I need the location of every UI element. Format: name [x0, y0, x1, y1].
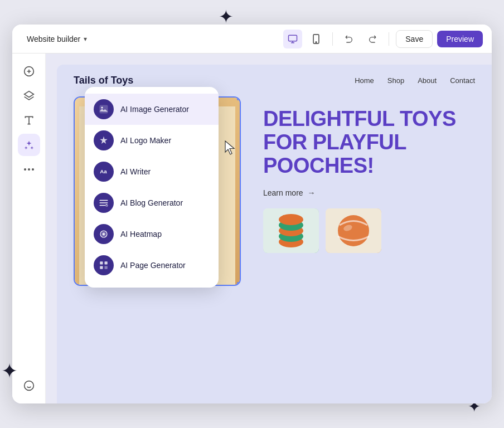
toolbar-divider-2	[389, 32, 389, 46]
website-builder-button[interactable]: Website builder ▾	[21, 31, 93, 47]
ai-image-generator-icon	[94, 99, 114, 119]
ai-heatmap-label: AI Heatmap	[120, 230, 162, 239]
sidebar-face-button[interactable]	[18, 374, 40, 397]
ai-tools-dropdown: AI Image Generator AI Logo Maker Aa AI W…	[85, 87, 219, 288]
ai-heatmap-icon	[94, 224, 114, 244]
svg-rect-50	[100, 266, 103, 269]
canvas-area: Tails of Toys Home Shop About Contact	[46, 54, 492, 403]
ai-writer-icon: Aa	[94, 162, 114, 182]
sidebar-layers-button[interactable]	[18, 85, 40, 107]
top-bar: Website builder ▾ Save	[12, 25, 492, 54]
site-nav-links: Home Shop About Contact	[355, 76, 475, 85]
browser-window: Website builder ▾ Save	[12, 25, 492, 403]
svg-rect-0	[289, 35, 297, 41]
main-area: Tails of Toys Home Shop About Contact	[12, 54, 492, 403]
undo-button[interactable]	[340, 30, 358, 48]
selection-handle-tr[interactable]	[237, 96, 241, 100]
svg-text:Aa: Aa	[100, 168, 107, 174]
svg-rect-48	[100, 261, 103, 264]
svg-point-9	[32, 168, 34, 171]
svg-marker-6	[24, 91, 33, 98]
ai-blog-generator-item[interactable]: AI Blog Generator	[85, 187, 219, 218]
nav-about[interactable]: About	[418, 76, 437, 85]
svg-point-7	[24, 168, 26, 171]
desktop-view-button[interactable]	[283, 30, 302, 48]
product-thumb-1	[263, 208, 319, 253]
ai-writer-label: AI Writer	[120, 167, 151, 176]
ai-image-generator-item[interactable]: AI Image Generator	[85, 94, 219, 125]
svg-point-37	[279, 214, 303, 225]
sidebar	[12, 54, 46, 403]
ai-logo-maker-icon	[94, 130, 114, 150]
redo-button[interactable]	[363, 30, 382, 48]
ai-logo-maker-item[interactable]: AI Logo Maker	[85, 125, 219, 156]
sidebar-more-button[interactable]	[18, 158, 40, 181]
svg-point-8	[28, 168, 30, 171]
ai-blog-generator-icon	[94, 193, 114, 213]
website-builder-label: Website builder	[27, 35, 80, 43]
nav-contact[interactable]: Contact	[450, 76, 475, 85]
product-thumb-2	[326, 208, 381, 253]
ai-blog-generator-label: AI Blog Generator	[120, 198, 183, 207]
ai-page-generator-icon	[94, 255, 114, 275]
nav-home[interactable]: Home	[355, 76, 374, 85]
learn-more-link[interactable]: Learn more →	[263, 188, 475, 197]
svg-rect-49	[105, 261, 108, 264]
chevron-down-icon: ▾	[84, 35, 87, 43]
ai-heatmap-item[interactable]: AI Heatmap	[85, 218, 219, 250]
hero-text: DELIGHTFUL TOYS FOR PLAYFUL POOCHES! Lea…	[263, 96, 475, 286]
ai-page-generator-item[interactable]: AI Page Generator	[85, 250, 219, 281]
svg-point-42	[101, 107, 103, 109]
ai-image-generator-label: AI Image Generator	[120, 105, 189, 114]
toolbar-icons: Save Preview	[283, 30, 483, 48]
svg-point-47	[103, 234, 105, 235]
svg-point-2	[316, 41, 317, 42]
learn-more-text: Learn more	[263, 188, 303, 197]
sidebar-add-button[interactable]	[18, 60, 40, 82]
hero-heading: DELIGHTFUL TOYS FOR PLAYFUL POOCHES!	[263, 108, 475, 177]
site-logo: Tails of Toys	[74, 75, 355, 86]
svg-point-10	[24, 381, 33, 391]
product-thumbnails	[263, 208, 475, 253]
sidebar-ai-button[interactable]	[18, 134, 40, 156]
preview-button[interactable]: Preview	[437, 31, 483, 47]
selection-handle-br[interactable]	[237, 282, 241, 286]
nav-shop[interactable]: Shop	[387, 76, 404, 85]
svg-rect-51	[105, 266, 108, 269]
svg-point-39	[338, 215, 369, 246]
sidebar-text-button[interactable]	[18, 109, 40, 132]
ai-page-generator-label: AI Page Generator	[120, 261, 186, 270]
ai-writer-item[interactable]: Aa AI Writer	[85, 156, 219, 187]
ai-logo-maker-label: AI Logo Maker	[120, 136, 171, 145]
mobile-view-button[interactable]	[307, 30, 326, 48]
toolbar-divider	[332, 32, 333, 46]
svg-rect-41	[100, 105, 108, 114]
sparkle-top-icon: ✦	[219, 8, 234, 26]
save-button[interactable]: Save	[396, 30, 433, 48]
learn-more-arrow: →	[308, 188, 316, 197]
